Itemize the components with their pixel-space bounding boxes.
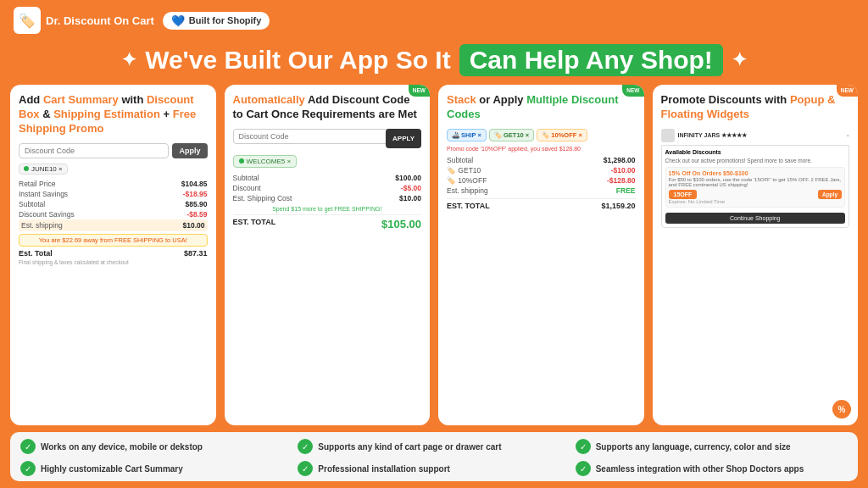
discount-savings-value: -$8.59 xyxy=(186,210,207,219)
shipping-value2: $10.00 xyxy=(399,194,421,202)
floating-discount-button[interactable]: % xyxy=(832,400,851,419)
tag-ship: 🚢 SHIP × xyxy=(447,129,487,141)
shipping-label: Est. shipping xyxy=(21,221,63,230)
subtotal-row3: Subtotal $1,298.00 xyxy=(447,155,636,165)
check-icon-1: ✓ xyxy=(20,439,36,454)
green-dot-icon xyxy=(239,158,244,164)
card-divider3 xyxy=(447,198,636,199)
card1-title: Add Cart Summary with Discount Box & Shi… xyxy=(19,93,208,136)
apply-button2[interactable]: APPLY xyxy=(386,129,421,148)
feature-installation: ✓ Professional installation support xyxy=(298,461,570,476)
shopify-heart-icon: 💙 xyxy=(171,14,185,27)
check-icon-3: ✓ xyxy=(576,439,591,454)
retail-price-row: Retail Price $104.85 xyxy=(19,179,208,189)
free-shipping-row: Est. shipping FREE xyxy=(447,186,636,196)
get10-label: 🏷️ GET10 xyxy=(447,166,481,175)
app-name: Dr. Discount On Cart xyxy=(46,14,154,27)
est-total-label: Est. Total xyxy=(19,249,53,258)
features-row-bottom: ✓ Highly customizable Cart Summary ✓ Pro… xyxy=(10,458,858,481)
feature-cart-page: ✓ Supports any kind of cart page or draw… xyxy=(298,439,570,454)
fine-print: Final shipping & taxes calculated at che… xyxy=(19,259,208,265)
feature-text-5: Professional installation support xyxy=(318,464,450,474)
discount-row2: Discount -$5.00 xyxy=(233,183,422,193)
feature-text-2: Supports any kind of cart page or drawer… xyxy=(318,442,501,452)
est-total-label2: EST. TOTAL xyxy=(233,218,276,230)
discount-input-row: Apply xyxy=(19,143,208,158)
savings-value: -$18.95 xyxy=(183,190,208,198)
shipping-value: $10.00 xyxy=(183,221,205,230)
card-cart-summary: Add Cart Summary with Discount Box & Shi… xyxy=(10,85,216,425)
discount-value2: -$5.00 xyxy=(401,184,421,192)
continue-shopping-button[interactable]: Continue Shopping xyxy=(665,213,846,224)
logo-area: 🏷️ Dr. Discount On Cart xyxy=(14,7,154,34)
feature-any-device: ✓ Works on any device, mobile or dekstop xyxy=(20,439,292,454)
card3-content: 🚢 SHIP × 🏷️ GET10 × 🏷️ 10%OFF × Promo co… xyxy=(447,129,636,210)
logo-icon: 🏷️ xyxy=(14,7,41,34)
subtotal-value3: $1,298.00 xyxy=(604,156,636,164)
est-total-row3: EST. TOTAL $1,159.20 xyxy=(447,202,636,210)
card1-content: Apply JUNE10 × Retail Price $104.85 Inst… xyxy=(19,143,208,265)
free-shipping-label: Est. shipping xyxy=(447,186,488,195)
offer-title: 15% Off On Orders $50-$100 xyxy=(669,170,843,176)
feature-text-3: Supports any language, currency, color a… xyxy=(596,442,791,452)
promo-bar: You are $22.69 away from FREE SHIPPING t… xyxy=(19,234,208,247)
discount-savings-row: Discount Savings -$8.59 xyxy=(19,209,208,219)
shopify-badge: 💙 Built for Shopify xyxy=(163,12,270,30)
tag-get10: 🏷️ GET10 × xyxy=(489,129,534,141)
10poff-value: -$128.80 xyxy=(607,176,636,185)
hero-title: ✦ We've Built Our App So It Can Help Any… xyxy=(0,41,868,85)
check-icon-2: ✓ xyxy=(298,439,313,454)
retail-label: Retail Price xyxy=(19,180,55,188)
hero-highlight: Can Help Any Shop! xyxy=(459,44,723,76)
cards-row: Add Cart Summary with Discount Box & Shi… xyxy=(0,85,868,425)
est-total-row: Est. Total $87.31 xyxy=(19,249,208,258)
popup-close-icon[interactable]: × xyxy=(846,133,849,138)
10poff-row: 🏷️ 10%OFF -$128.80 xyxy=(447,175,636,186)
card-popup-widgets: NEW Promote Discounts with Popup & Float… xyxy=(653,85,859,425)
subtotal-label2: Subtotal xyxy=(233,174,259,182)
tag-dot-icon xyxy=(24,166,29,171)
new-badge-card2: NEW xyxy=(409,85,430,97)
shipping-label2: Est. Shipping Cost xyxy=(233,194,292,202)
hero-title-text: We've Built Our App So It xyxy=(145,46,450,75)
retail-value: $104.85 xyxy=(181,180,208,188)
offer-code-badge: 15OFF xyxy=(669,190,698,199)
expires-text: Expires: No Limited Time xyxy=(669,199,843,204)
price-rows2: Subtotal $100.00 Discount -$5.00 Est. Sh… xyxy=(233,173,422,203)
card2-content: APPLY WELCOME5 × Subtotal $100.00 Discou… xyxy=(233,129,422,230)
card4-content: INFINITY JARS ★★★★★ × Available Discount… xyxy=(661,129,850,228)
feature-text-6: Seamless integration with other Shop Doc… xyxy=(596,464,804,474)
est-total-row2: EST. TOTAL $105.00 xyxy=(233,218,422,230)
apply-button[interactable]: Apply xyxy=(172,143,207,158)
est-total-value3: $1,159.20 xyxy=(601,202,635,210)
popup-subtitle: Check out our active promotions! Spend m… xyxy=(665,158,846,164)
card2-title: Automatically Add Discount Code to Cart … xyxy=(233,93,422,122)
subtotal-row2: Subtotal $100.00 xyxy=(233,173,422,183)
feature-language: ✓ Supports any language, currency, color… xyxy=(576,439,848,454)
discount-label2: Discount xyxy=(233,184,261,192)
discount-code-input[interactable] xyxy=(19,143,169,158)
feature-customizable: ✓ Highly customizable Cart Summary xyxy=(20,461,292,476)
feature-text-1: Works on any device, mobile or dekstop xyxy=(41,442,203,452)
10poff-label: 🏷️ 10%OFF xyxy=(447,176,487,185)
subtotal-label3: Subtotal xyxy=(447,156,473,164)
input-apply-row: APPLY xyxy=(233,129,422,148)
main-wrapper: 🏷️ Dr. Discount On Cart 💙 Built for Shop… xyxy=(0,0,868,488)
subtotal-value2: $100.00 xyxy=(395,174,421,182)
multi-tags: 🚢 SHIP × 🏷️ GET10 × 🏷️ 10%OFF × xyxy=(447,129,636,141)
discount-tag: JUNE10 × xyxy=(19,164,68,175)
est-total-value2: $105.00 xyxy=(381,218,421,230)
saving-note3: Promo code '10%OFF' applied, you saved $… xyxy=(447,146,636,152)
price-rows3: Subtotal $1,298.00 🏷️ GET10 -$10.00 🏷️ 1… xyxy=(447,155,636,196)
discount-offer: 15% Off On Orders $50-$100 For $50 to $1… xyxy=(665,167,846,208)
feature-text-4: Highly customizable Cart Summary xyxy=(41,464,183,474)
card4-title: Promote Discounts with Popup & Floating … xyxy=(661,93,850,122)
card3-title: Stack or Apply Multiple Discount Codes xyxy=(447,93,636,122)
free-shipping-value: FREE xyxy=(616,186,636,195)
check-icon-6: ✓ xyxy=(576,461,591,476)
subtotal-row: Subtotal $85.90 xyxy=(19,199,208,209)
apply-code-button[interactable]: Apply xyxy=(818,190,842,199)
store-logo-icon xyxy=(661,129,675,142)
card-stack-discounts: NEW Stack or Apply Multiple Discount Cod… xyxy=(438,85,644,425)
discount-savings-label: Discount Savings xyxy=(19,210,75,219)
